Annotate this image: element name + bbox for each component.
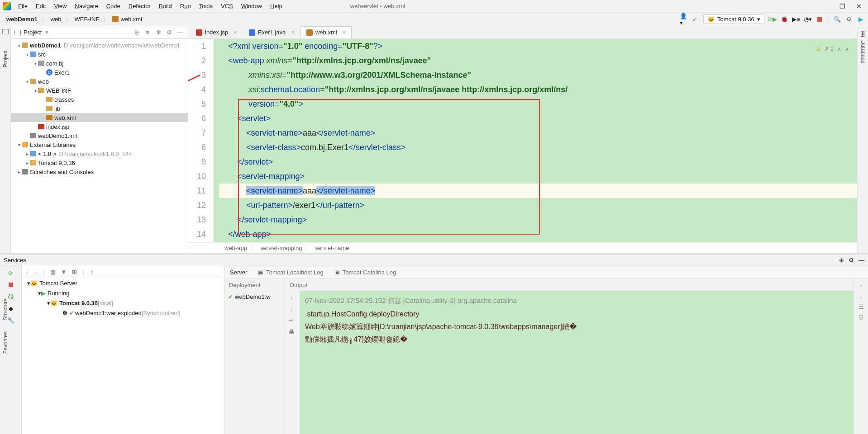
tree-indexjsp[interactable]: index.jsp [11, 122, 188, 131]
settings-icon[interactable]: ⊡ [858, 314, 863, 321]
tree-package[interactable]: ▾com.bj [11, 59, 188, 68]
menu-edit[interactable]: Edit [32, 2, 49, 10]
project-tab[interactable]: Project [1, 48, 10, 70]
tree-class[interactable]: CExer1 [11, 68, 188, 77]
editor-tab[interactable]: web.xml× [300, 26, 352, 38]
code-line[interactable]: <servlet> [219, 111, 857, 126]
menu-view[interactable]: View [50, 2, 70, 10]
group-icon[interactable]: ▦ [50, 269, 56, 275]
expand-icon[interactable]: ≡ [25, 269, 29, 275]
trending-icon[interactable]: ▶ [857, 16, 864, 23]
filter-icon[interactable]: ▼ [61, 269, 67, 275]
editor-breadcrumb-item[interactable]: servlet-name [315, 245, 349, 251]
tree-jdk[interactable]: ▸< 1.8 >D:\ruanjian\jdk\jdk1.8.0_144 [11, 149, 188, 158]
database-icon[interactable]: 🗄 [860, 31, 866, 38]
code-line[interactable]: <servlet-mapping> [219, 169, 857, 184]
run-config-dropdown[interactable]: 🐱 Tomcat 9.0.36 ▾ [703, 14, 764, 24]
select-opened-file-icon[interactable]: ⊕ [133, 28, 141, 37]
search-button[interactable]: 🔍 [834, 16, 841, 23]
breadcrumb-root[interactable]: webDemo1 [4, 15, 40, 24]
window-minimize-button[interactable]: — [822, 3, 829, 10]
tree-classes[interactable]: classes [11, 95, 188, 104]
menu-window[interactable]: Window [238, 2, 266, 10]
code-line[interactable]: </servlet-mapping> [219, 212, 857, 227]
collapse-icon[interactable]: ≡ [34, 269, 38, 275]
code-body[interactable]: ⚠ ✗ 2 ∧ ∨ <?xml version="1.0" encoding="… [214, 39, 857, 242]
window-maximize-button[interactable]: ❐ [839, 3, 845, 10]
editor-breadcrumb-item[interactable]: web-app [224, 245, 247, 251]
tomcat-localhost-log-tab[interactable]: ▣Tomcat Localhost Log [258, 269, 323, 276]
menu-help[interactable]: Help [267, 2, 286, 10]
console-output[interactable]: 07-Nov-2022 17:54:25.152 信息 [Catalina-ut… [300, 291, 854, 434]
debug-button[interactable]: 🐞 [781, 16, 788, 23]
editor-breadcrumb-item[interactable]: servlet-mapping [260, 245, 302, 251]
tree-ext-libs[interactable]: ▾External Libraries [11, 140, 188, 149]
tree-scratches[interactable]: ▸Scratches and Consoles [11, 167, 188, 176]
hide-panel-icon[interactable]: — [176, 28, 184, 37]
expand-all-icon[interactable]: ≡ [143, 28, 152, 37]
print-icon[interactable]: 🖶 [288, 328, 294, 335]
services-tomcat-root[interactable]: ▾ 🐱Tomcat Server [22, 278, 224, 288]
tree-root[interactable]: ▾webDemo1D:\ruanjian\idea\work\webservle… [11, 41, 188, 50]
inspection-icon[interactable]: ⚠ [816, 42, 821, 56]
inspection-count[interactable]: ✗ 2 [825, 42, 834, 56]
run-button[interactable]: ⟳▶ [769, 16, 776, 23]
inspection-up-icon[interactable]: ∧ [837, 42, 841, 56]
scroll-down-icon[interactable]: ↓ [290, 306, 293, 312]
code-line[interactable]: <servlet-name>aaa</servlet-name> [219, 184, 857, 198]
inspection-down-icon[interactable]: ∨ [845, 42, 849, 56]
close-tab-icon[interactable]: × [234, 29, 237, 36]
deployment-item[interactable]: ✔webDemo1:w [224, 292, 283, 302]
layout-icon[interactable]: ⊞ [72, 269, 77, 275]
menu-navigate[interactable]: Navigate [71, 2, 101, 10]
code-editor[interactable]: 1234567891011121314 ⚠ ✗ 2 ∧ ∨ <?xml vers… [188, 39, 857, 242]
favorites-tab[interactable]: Favorites [2, 331, 9, 354]
up-icon[interactable]: ↑ [859, 283, 863, 289]
close-tab-icon[interactable]: × [291, 29, 295, 36]
add-icon[interactable]: + [90, 269, 93, 275]
code-line[interactable]: <servlet-name>aaa</servlet-name> [219, 126, 857, 140]
services-options-icon[interactable]: ⊕ [839, 257, 844, 264]
down-icon[interactable]: ↓ [859, 293, 863, 300]
close-tab-icon[interactable]: × [343, 29, 346, 36]
menu-file[interactable]: File [14, 2, 31, 10]
project-tree[interactable]: ▾webDemo1D:\ruanjian\idea\work\webservle… [11, 39, 188, 253]
export-icon[interactable]: ☰ [858, 303, 864, 310]
services-running[interactable]: ▾ ▶Running [22, 288, 224, 298]
tree-lib[interactable]: lib [11, 104, 188, 113]
menu-code[interactable]: Code [103, 2, 124, 10]
services-server[interactable]: ▾ 🐱Tomcat 9.0.36 [local] [22, 298, 224, 308]
services-artifact[interactable]: ✽✔webDemo1:war exploded [Synchronized] [22, 308, 224, 318]
code-line[interactable]: version="4.0"> [219, 97, 857, 111]
structure-tab[interactable]: Structure [2, 298, 9, 321]
code-line[interactable]: </web-app> [219, 227, 857, 241]
editor-tab[interactable]: Exer1.java× [243, 26, 300, 38]
settings-button[interactable]: ⚙ [845, 16, 853, 23]
collapse-all-icon[interactable]: ✻ [154, 28, 162, 37]
menu-tools[interactable]: Tools [196, 2, 216, 10]
user-add-icon[interactable]: 👤▾ [680, 16, 687, 23]
window-close-button[interactable]: ✕ [856, 3, 862, 10]
tree-webxml[interactable]: web.xml [11, 113, 188, 122]
code-line[interactable]: <?xml version="1.0" encoding="UTF-8"?> [219, 39, 857, 53]
menu-refactor[interactable]: Refactor [125, 2, 154, 10]
menu-vcs[interactable]: VCS [217, 2, 237, 10]
editor-tab[interactable]: index.jsp× [190, 26, 243, 38]
chevron-down-icon[interactable]: ▼ [44, 30, 49, 35]
breadcrumb-file[interactable]: web.xml [110, 15, 145, 24]
back-arrow-icon[interactable]: ↙ [692, 16, 699, 23]
rerun-icon[interactable]: ⟳ [7, 269, 15, 277]
tomcat-catalina-log-tab[interactable]: ▣Tomcat Catalina Log [334, 269, 396, 276]
services-settings-icon[interactable]: ⚙ [849, 257, 854, 264]
code-line[interactable]: xsi:schemaLocation="http://xmlns.jcp.org… [219, 82, 857, 97]
breadcrumb-web[interactable]: web [48, 15, 64, 24]
coverage-button[interactable]: ▶⎈ [792, 16, 800, 23]
code-line[interactable]: xmlns:xsi="http://www.w3.org/2001/XMLSch… [219, 68, 857, 82]
code-line[interactable]: <servlet-class>com.bj.Exer1</servlet-cla… [219, 140, 857, 155]
code-line[interactable]: <url-pattern>/exer1</url-pattern> [219, 198, 857, 212]
project-toolwindow-icon[interactable] [2, 29, 9, 34]
breadcrumb-webinf[interactable]: WEB-INF [72, 15, 102, 24]
server-tab[interactable]: Server [230, 269, 247, 276]
settings-icon[interactable]: ⚙ [165, 28, 173, 37]
code-line[interactable]: <web-app xmlns="http://xmlns.jcp.org/xml… [219, 53, 857, 68]
